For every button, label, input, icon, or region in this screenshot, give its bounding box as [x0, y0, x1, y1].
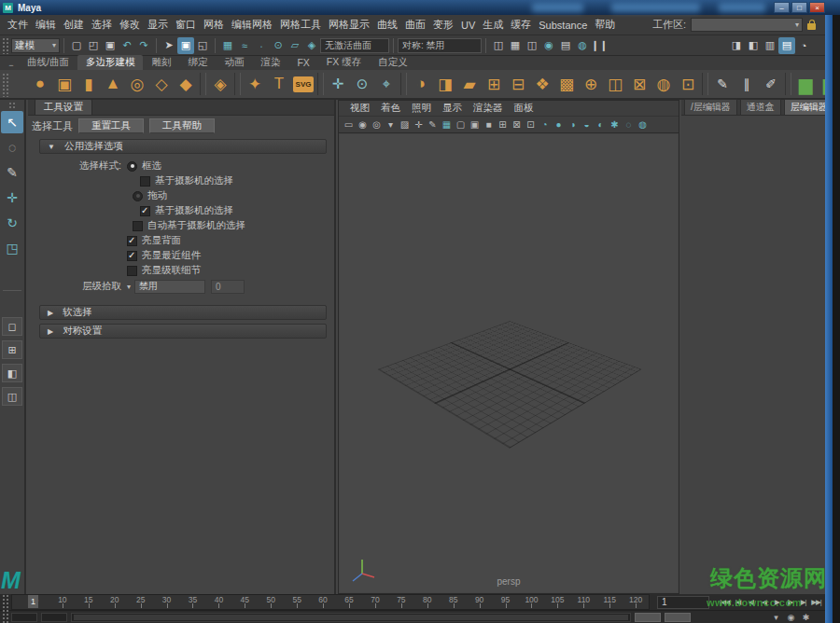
frame-tick[interactable]: 40	[205, 595, 231, 609]
playback-options-icon[interactable]: ▾	[770, 612, 782, 623]
ambient-occlusion-icon[interactable]: ✱	[608, 118, 622, 132]
layout-four-pane[interactable]: ⊞	[2, 340, 22, 359]
camera-attributes-icon[interactable]: ◎	[370, 118, 384, 132]
frame-tick[interactable]: 35	[180, 595, 206, 609]
shelf-tab[interactable]: FX	[288, 56, 317, 69]
poly-cone[interactable]: ▲	[101, 71, 125, 97]
poly-plane[interactable]: ◇	[149, 71, 174, 97]
playback-end-field[interactable]	[635, 613, 661, 622]
range-handle[interactable]	[74, 615, 628, 620]
layout-persp-panels[interactable]: ◫	[2, 387, 22, 406]
field-chart-icon[interactable]: ⊞	[496, 118, 510, 132]
menu-item[interactable]: 生成	[480, 18, 506, 32]
camera-based-selection-checkbox-2[interactable]	[140, 206, 150, 216]
menu-item[interactable]: 帮助	[592, 18, 618, 32]
frame-tick[interactable]: 85	[441, 595, 467, 609]
tool-help-button[interactable]: 工具帮助	[149, 118, 215, 133]
workspace-selector[interactable]: ▾	[691, 18, 803, 32]
maximize-button[interactable]: □	[791, 2, 807, 13]
menu-item[interactable]: 文件	[5, 18, 31, 32]
menu-item[interactable]: 网格显示	[326, 18, 372, 32]
menu-item[interactable]: 选择	[89, 18, 115, 32]
poly-disc[interactable]: ◆	[174, 71, 198, 97]
viewport-menu-item[interactable]: 照明	[406, 102, 437, 115]
shelf-icon[interactable]	[317, 73, 324, 95]
image-plane-icon[interactable]: ▨	[398, 118, 412, 132]
minimize-button[interactable]: –	[774, 2, 790, 13]
right-dock-tab[interactable]: 通道盒	[740, 99, 781, 115]
wireframe-icon[interactable]: ◔	[538, 118, 552, 132]
right-dock-tab[interactable]: /层编辑器	[684, 99, 737, 115]
poly-torus[interactable]: ◎	[125, 71, 149, 97]
render-current-frame-icon[interactable]: ▦	[507, 37, 524, 54]
shelf-icon[interactable]	[785, 73, 791, 95]
menu-item[interactable]: 曲线	[374, 18, 400, 32]
pan-zoom-icon[interactable]: ✛	[412, 118, 426, 132]
viewport-menu-item[interactable]: 着色	[375, 102, 406, 115]
frame-tick[interactable]: 80	[414, 595, 441, 609]
grease-pencil-icon[interactable]: ✎	[426, 118, 440, 132]
live-surface-field[interactable]: 无激活曲面	[320, 38, 389, 53]
move-tool[interactable]: ✛	[1, 187, 23, 209]
combine[interactable]: ◑	[409, 71, 433, 97]
current-time-field[interactable]: 1	[657, 596, 709, 609]
frame-tick[interactable]: 95	[493, 595, 519, 609]
tab-tool-settings[interactable]: 工具设置	[35, 99, 92, 115]
film-gate-icon[interactable]: ▢	[454, 118, 468, 132]
locator-tool[interactable]: ⌖	[374, 71, 399, 97]
frame-tick[interactable]: 115	[596, 595, 623, 609]
render-sequence-icon[interactable]: ◉	[540, 37, 557, 54]
frame-tick[interactable]: 105	[544, 595, 570, 609]
viewport-menu-item[interactable]: 面板	[509, 102, 539, 115]
frame-tick[interactable]: 120	[623, 595, 649, 609]
frame-tick[interactable]: 90	[467, 595, 493, 609]
shaded-icon[interactable]: ●	[552, 118, 566, 132]
menu-item[interactable]: 网格	[201, 18, 227, 32]
shelf-tab[interactable]: 自定义	[370, 55, 416, 70]
make-live-icon[interactable]: ◈	[303, 37, 320, 54]
redo-icon[interactable]: ↷	[135, 37, 152, 54]
tool-settings-toggle[interactable]: ◧	[745, 37, 762, 54]
frame-tick[interactable]: 10	[49, 595, 76, 609]
shelf-tab[interactable]: 动画	[216, 55, 252, 70]
pick-constraint-number-field[interactable]: 0	[211, 280, 245, 294]
menu-item[interactable]: 显示	[145, 18, 171, 32]
drag-handle[interactable]	[2, 37, 9, 54]
attribute-editor-toggle[interactable]: ◨	[728, 37, 745, 54]
frame-tick[interactable]: 30	[154, 595, 180, 609]
lock-icon[interactable]	[807, 23, 816, 30]
animation-end-field[interactable]	[665, 613, 691, 622]
reset-tool-button[interactable]: 重置工具	[78, 118, 144, 133]
project-curve[interactable]: ⊠	[627, 71, 651, 97]
frame-ruler[interactable]: 5101520253035404550556065707580859095100…	[11, 594, 650, 610]
select-tool[interactable]: ↖	[1, 111, 23, 133]
frame-tick[interactable]: 70	[362, 595, 388, 609]
separate[interactable]: ◨	[433, 71, 457, 97]
poly-cylinder[interactable]: ▮	[77, 71, 101, 97]
poly-type[interactable]: T	[267, 71, 291, 97]
highlight-backfaces-checkbox[interactable]	[127, 236, 137, 246]
shelf-collapse-icon[interactable]: −	[4, 61, 19, 70]
soft-select-section[interactable]: ▶ 软选择	[39, 305, 327, 320]
current-frame-marker[interactable]: 1	[28, 595, 38, 608]
select-hierarchy-icon[interactable]: ➤	[161, 37, 177, 54]
viewport-canvas[interactable]: persp	[340, 134, 678, 592]
shelf-tab[interactable]: 多边形建模	[77, 55, 144, 70]
use-lights-icon[interactable]: ◒	[580, 118, 594, 132]
motion-blur-icon[interactable]: ◌	[622, 118, 636, 132]
boolean-union[interactable]: ⊞	[482, 71, 506, 97]
save-scene-icon[interactable]: ▣	[102, 37, 119, 54]
poly-sphere[interactable]: ●	[28, 71, 52, 97]
scale-tool[interactable]: ◳	[1, 237, 23, 259]
frame-tick[interactable]: 20	[102, 595, 128, 609]
drag-handle[interactable]	[2, 609, 9, 623]
snap-curve-icon[interactable]: ≈	[236, 37, 253, 54]
menu-item[interactable]: 窗口	[173, 18, 199, 32]
gate-mask-icon[interactable]: ■	[482, 118, 496, 132]
shelf-icon[interactable]	[702, 73, 708, 95]
viewport-menu-item[interactable]: 视图	[344, 102, 375, 115]
animation-preferences-icon[interactable]: ✱	[800, 612, 812, 623]
animation-start-field[interactable]	[11, 613, 37, 622]
render-settings-icon[interactable]: ▤	[557, 37, 574, 54]
layout-persp-outliner[interactable]: ◧	[2, 364, 22, 382]
